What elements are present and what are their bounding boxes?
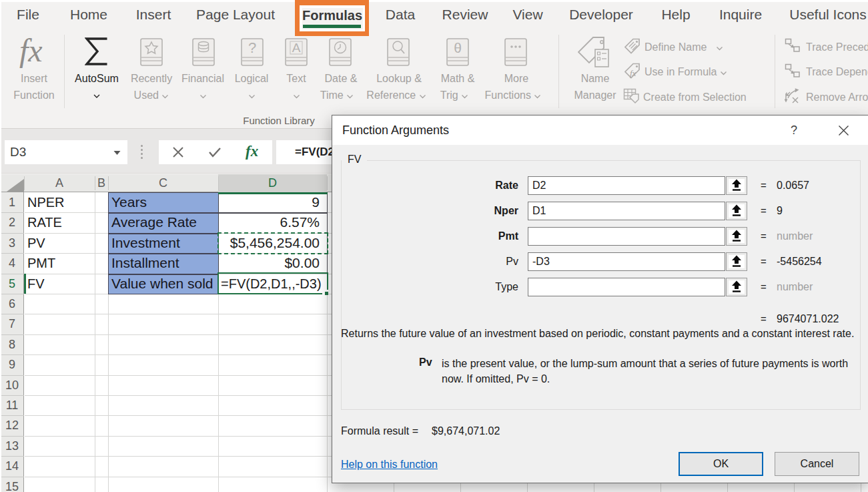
svg-text:fx: fx bbox=[630, 68, 636, 78]
svg-text:A: A bbox=[292, 41, 301, 55]
svg-text:θ: θ bbox=[454, 40, 462, 55]
svg-text:?: ? bbox=[248, 39, 256, 56]
